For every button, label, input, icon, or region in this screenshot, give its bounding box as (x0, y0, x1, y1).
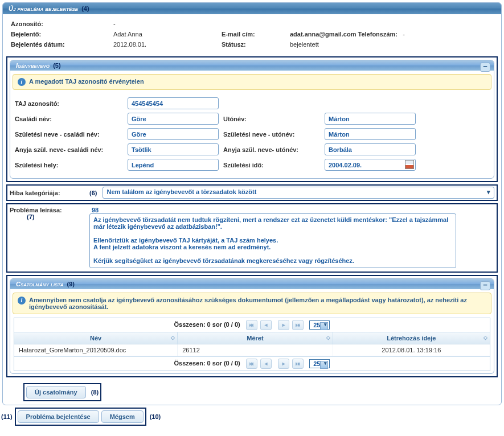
collapse-icon[interactable]: − (480, 281, 490, 290)
desc-textarea[interactable] (89, 213, 456, 268)
main-panel-title: Új probléma bejelentése (9, 5, 78, 12)
phone-label: Telefonszám: (358, 31, 398, 38)
info-icon: i (18, 297, 26, 305)
phone-value: - (403, 31, 405, 38)
col-name[interactable]: Név◇ (14, 332, 178, 344)
sort-icon: ◇ (326, 335, 330, 340)
tag-11: (11) (1, 413, 13, 420)
bgiven-label: Születési neve - utónév: (223, 131, 320, 138)
next-page-icon[interactable]: ► (278, 320, 289, 330)
col-created[interactable]: Létrehozás ideje◇ (333, 332, 490, 344)
date-value: 2012.08.01. (113, 41, 222, 48)
attachment-panel: Csatolmány lista (9) − i Amennyiben nem … (10, 278, 494, 374)
tag-5: (5) (53, 62, 60, 69)
id-label: Azonosító: (11, 20, 113, 27)
cell-name: Hatarozat_GoreMarton_20120509.doc (14, 344, 178, 356)
page-size-select[interactable]: 25 (309, 359, 330, 368)
next-page-icon[interactable]: ► (278, 359, 289, 369)
attach-warning-text: Amennyiben nem csatolja az igénybevevő a… (29, 297, 486, 310)
prev-page-icon[interactable]: ◄ (260, 320, 272, 330)
attachment-title: Csatolmány lista (16, 281, 63, 287)
taj-input[interactable] (128, 97, 219, 109)
first-page-icon[interactable]: ⏮ (246, 320, 257, 330)
bplace-label: Születési hely: (15, 162, 123, 168)
taj-warning: i A megadott TAJ azonosító érvénytelen (13, 74, 491, 90)
attachment-header: Csatolmány lista (9) − (10, 279, 494, 289)
reporter-value: Adat Anna (113, 31, 222, 38)
pager-text: Összesen: 0 sor (0 / 0) (174, 360, 240, 367)
sort-icon: ◇ (171, 335, 175, 340)
mgiven-label: Anyja szül. neve- utónév: (223, 146, 320, 153)
bplace-input[interactable] (128, 159, 219, 171)
reporter-label: Bejelentő: (11, 31, 113, 38)
claimant-header: Igénybevevő (5) − (10, 60, 494, 71)
taj-label: TAJ azonosító: (15, 100, 123, 107)
given-label: Utónév: (223, 116, 320, 122)
id-value: - (113, 20, 222, 27)
prev-page-icon[interactable]: ◄ (260, 359, 272, 369)
mgiven-input[interactable] (325, 143, 416, 155)
bfamily-label: Születési neve - családi név: (15, 131, 123, 138)
last-page-icon[interactable]: ⏭ (292, 320, 304, 330)
desc-label: Probléma leírása: (10, 207, 84, 213)
bgiven-input[interactable] (325, 128, 416, 140)
pager-text: Összesen: 0 sor (0 / 0) (174, 321, 240, 328)
bdate-label: Születési idő: (223, 162, 320, 168)
main-panel: Új probléma bejelentése (4) Azonosító: -… (2, 2, 502, 405)
mfamily-label: Anyja szül. neve- családi név: (15, 146, 123, 153)
tag-7: (7) (27, 213, 84, 220)
sort-icon: ◇ (483, 335, 487, 340)
date-label: Bejelentés dátum: (11, 41, 113, 48)
tag-8: (8) (91, 389, 99, 396)
taj-warning-text: A megadott TAJ azonosító érvénytelen (29, 78, 144, 85)
pager-top: Összesen: 0 sor (0 / 0) ⏮ ◄ ► ⏭ 25 (14, 318, 490, 332)
calendar-icon[interactable] (405, 160, 414, 169)
email-value: adat.anna@gmail.com (290, 31, 356, 38)
category-select[interactable]: Nem találom az igénybevevőt a törzsadato… (103, 187, 494, 199)
collapse-icon[interactable]: − (480, 63, 490, 72)
tag-9: (9) (67, 281, 75, 287)
char-counter: 98 (92, 207, 494, 213)
submit-problem-button[interactable]: Probléma bejelentése (18, 410, 99, 423)
last-page-icon[interactable]: ⏭ (292, 359, 304, 369)
cell-date: 2012.08.01. 13:19:16 (333, 344, 490, 356)
first-page-icon[interactable]: ⏮ (246, 359, 257, 369)
info-icon: i (18, 78, 26, 86)
attach-warning: i Amennyiben nem csatolja az igénybevevő… (13, 293, 491, 314)
category-value: Nem találom az igénybevevőt a törzsadato… (106, 188, 256, 195)
page-size-select[interactable]: 25 (309, 320, 330, 330)
pager-bottom: Összesen: 0 sor (0 / 0) ⏮ ◄ ► ⏭ 25 (14, 356, 490, 371)
bdate-input[interactable] (325, 159, 416, 171)
claimant-title: Igénybevevő (16, 62, 50, 69)
status-value: bejelentett (290, 41, 493, 48)
main-panel-header: Új probléma bejelentése (4) (3, 3, 501, 14)
email-label: E-mail cím: (222, 31, 290, 38)
category-label: Hiba kategóriája: (10, 190, 84, 196)
tag-10: (10) (150, 413, 161, 420)
bfamily-input[interactable] (128, 128, 219, 140)
family-label: Családi név: (15, 116, 123, 122)
new-attachment-button[interactable]: Új csatolmány (26, 386, 86, 398)
attachment-table: Összesen: 0 sor (0 / 0) ⏮ ◄ ► ⏭ 25 Név◇ … (14, 318, 490, 371)
tag-6: (6) (89, 190, 97, 196)
status-label: Státusz: (222, 41, 290, 48)
cancel-button[interactable]: Mégsem (101, 410, 144, 423)
col-size[interactable]: Méret◇ (178, 332, 333, 344)
mfamily-input[interactable] (128, 143, 219, 155)
table-row[interactable]: Hatarozat_GoreMarton_20120509.doc 26112 … (14, 344, 490, 356)
tag-4: (4) (81, 5, 89, 12)
report-info: Azonosító: - Bejelentő: Adat Anna E-mail… (3, 14, 501, 54)
claimant-panel: Igénybevevő (5) − i A megadott TAJ azono… (10, 60, 494, 179)
cell-size: 26112 (178, 344, 333, 356)
family-input[interactable] (128, 113, 219, 125)
given-input[interactable] (325, 113, 416, 125)
